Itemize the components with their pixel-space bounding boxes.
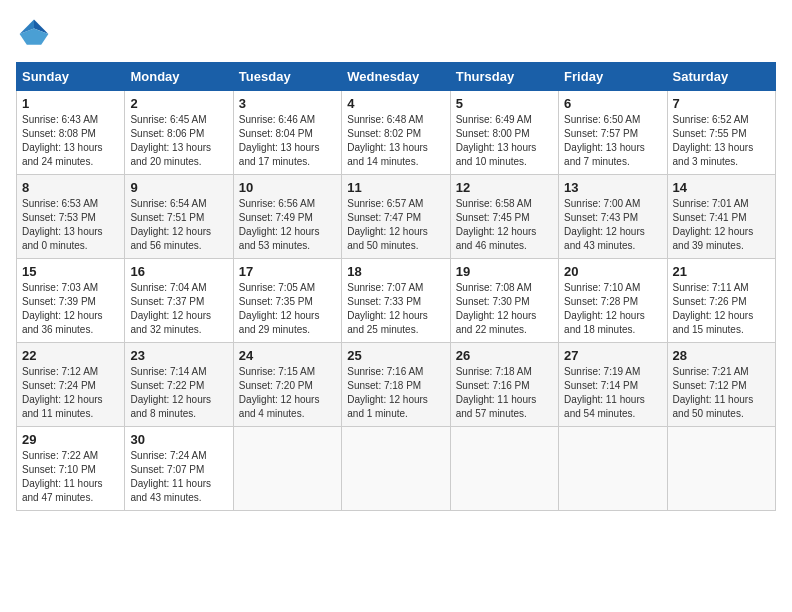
day-number: 25 bbox=[347, 348, 444, 363]
day-number: 17 bbox=[239, 264, 336, 279]
day-number: 12 bbox=[456, 180, 553, 195]
calendar-header-row: Sunday Monday Tuesday Wednesday Thursday… bbox=[17, 63, 776, 91]
day-number: 11 bbox=[347, 180, 444, 195]
day-number: 30 bbox=[130, 432, 227, 447]
day-number: 8 bbox=[22, 180, 119, 195]
col-friday: Friday bbox=[559, 63, 667, 91]
cell-content: Sunrise: 7:15 AM Sunset: 7:20 PM Dayligh… bbox=[239, 365, 336, 421]
cell-content: Sunrise: 7:16 AM Sunset: 7:18 PM Dayligh… bbox=[347, 365, 444, 421]
col-monday: Monday bbox=[125, 63, 233, 91]
calendar-week-row: 29Sunrise: 7:22 AM Sunset: 7:10 PM Dayli… bbox=[17, 427, 776, 511]
calendar-cell: 18Sunrise: 7:07 AM Sunset: 7:33 PM Dayli… bbox=[342, 259, 450, 343]
calendar-cell: 24Sunrise: 7:15 AM Sunset: 7:20 PM Dayli… bbox=[233, 343, 341, 427]
cell-content: Sunrise: 7:07 AM Sunset: 7:33 PM Dayligh… bbox=[347, 281, 444, 337]
calendar-cell: 11Sunrise: 6:57 AM Sunset: 7:47 PM Dayli… bbox=[342, 175, 450, 259]
day-number: 4 bbox=[347, 96, 444, 111]
calendar-cell: 4Sunrise: 6:48 AM Sunset: 8:02 PM Daylig… bbox=[342, 91, 450, 175]
calendar-week-row: 1Sunrise: 6:43 AM Sunset: 8:08 PM Daylig… bbox=[17, 91, 776, 175]
calendar-cell: 16Sunrise: 7:04 AM Sunset: 7:37 PM Dayli… bbox=[125, 259, 233, 343]
calendar-cell: 3Sunrise: 6:46 AM Sunset: 8:04 PM Daylig… bbox=[233, 91, 341, 175]
cell-content: Sunrise: 7:19 AM Sunset: 7:14 PM Dayligh… bbox=[564, 365, 661, 421]
day-number: 9 bbox=[130, 180, 227, 195]
cell-content: Sunrise: 6:48 AM Sunset: 8:02 PM Dayligh… bbox=[347, 113, 444, 169]
cell-content: Sunrise: 6:45 AM Sunset: 8:06 PM Dayligh… bbox=[130, 113, 227, 169]
calendar-cell: 13Sunrise: 7:00 AM Sunset: 7:43 PM Dayli… bbox=[559, 175, 667, 259]
day-number: 23 bbox=[130, 348, 227, 363]
cell-content: Sunrise: 6:46 AM Sunset: 8:04 PM Dayligh… bbox=[239, 113, 336, 169]
cell-content: Sunrise: 7:11 AM Sunset: 7:26 PM Dayligh… bbox=[673, 281, 770, 337]
day-number: 15 bbox=[22, 264, 119, 279]
calendar-cell: 30Sunrise: 7:24 AM Sunset: 7:07 PM Dayli… bbox=[125, 427, 233, 511]
calendar-cell: 7Sunrise: 6:52 AM Sunset: 7:55 PM Daylig… bbox=[667, 91, 775, 175]
day-number: 22 bbox=[22, 348, 119, 363]
cell-content: Sunrise: 6:54 AM Sunset: 7:51 PM Dayligh… bbox=[130, 197, 227, 253]
cell-content: Sunrise: 7:03 AM Sunset: 7:39 PM Dayligh… bbox=[22, 281, 119, 337]
calendar-week-row: 15Sunrise: 7:03 AM Sunset: 7:39 PM Dayli… bbox=[17, 259, 776, 343]
day-number: 18 bbox=[347, 264, 444, 279]
cell-content: Sunrise: 6:50 AM Sunset: 7:57 PM Dayligh… bbox=[564, 113, 661, 169]
calendar-cell: 22Sunrise: 7:12 AM Sunset: 7:24 PM Dayli… bbox=[17, 343, 125, 427]
calendar-cell: 29Sunrise: 7:22 AM Sunset: 7:10 PM Dayli… bbox=[17, 427, 125, 511]
calendar-cell bbox=[667, 427, 775, 511]
day-number: 20 bbox=[564, 264, 661, 279]
day-number: 2 bbox=[130, 96, 227, 111]
calendar-cell: 20Sunrise: 7:10 AM Sunset: 7:28 PM Dayli… bbox=[559, 259, 667, 343]
day-number: 21 bbox=[673, 264, 770, 279]
calendar-cell: 10Sunrise: 6:56 AM Sunset: 7:49 PM Dayli… bbox=[233, 175, 341, 259]
day-number: 26 bbox=[456, 348, 553, 363]
cell-content: Sunrise: 7:18 AM Sunset: 7:16 PM Dayligh… bbox=[456, 365, 553, 421]
cell-content: Sunrise: 7:12 AM Sunset: 7:24 PM Dayligh… bbox=[22, 365, 119, 421]
calendar-cell: 28Sunrise: 7:21 AM Sunset: 7:12 PM Dayli… bbox=[667, 343, 775, 427]
calendar-cell: 27Sunrise: 7:19 AM Sunset: 7:14 PM Dayli… bbox=[559, 343, 667, 427]
cell-content: Sunrise: 6:58 AM Sunset: 7:45 PM Dayligh… bbox=[456, 197, 553, 253]
cell-content: Sunrise: 6:53 AM Sunset: 7:53 PM Dayligh… bbox=[22, 197, 119, 253]
cell-content: Sunrise: 6:49 AM Sunset: 8:00 PM Dayligh… bbox=[456, 113, 553, 169]
cell-content: Sunrise: 7:10 AM Sunset: 7:28 PM Dayligh… bbox=[564, 281, 661, 337]
cell-content: Sunrise: 7:04 AM Sunset: 7:37 PM Dayligh… bbox=[130, 281, 227, 337]
calendar-week-row: 8Sunrise: 6:53 AM Sunset: 7:53 PM Daylig… bbox=[17, 175, 776, 259]
cell-content: Sunrise: 7:05 AM Sunset: 7:35 PM Dayligh… bbox=[239, 281, 336, 337]
day-number: 16 bbox=[130, 264, 227, 279]
calendar-cell: 12Sunrise: 6:58 AM Sunset: 7:45 PM Dayli… bbox=[450, 175, 558, 259]
calendar-cell: 9Sunrise: 6:54 AM Sunset: 7:51 PM Daylig… bbox=[125, 175, 233, 259]
day-number: 6 bbox=[564, 96, 661, 111]
calendar-cell: 1Sunrise: 6:43 AM Sunset: 8:08 PM Daylig… bbox=[17, 91, 125, 175]
day-number: 13 bbox=[564, 180, 661, 195]
day-number: 14 bbox=[673, 180, 770, 195]
day-number: 27 bbox=[564, 348, 661, 363]
calendar-cell bbox=[559, 427, 667, 511]
calendar-week-row: 22Sunrise: 7:12 AM Sunset: 7:24 PM Dayli… bbox=[17, 343, 776, 427]
cell-content: Sunrise: 6:43 AM Sunset: 8:08 PM Dayligh… bbox=[22, 113, 119, 169]
cell-content: Sunrise: 7:24 AM Sunset: 7:07 PM Dayligh… bbox=[130, 449, 227, 505]
col-tuesday: Tuesday bbox=[233, 63, 341, 91]
day-number: 29 bbox=[22, 432, 119, 447]
page-header bbox=[16, 16, 776, 52]
cell-content: Sunrise: 7:08 AM Sunset: 7:30 PM Dayligh… bbox=[456, 281, 553, 337]
cell-content: Sunrise: 6:52 AM Sunset: 7:55 PM Dayligh… bbox=[673, 113, 770, 169]
col-saturday: Saturday bbox=[667, 63, 775, 91]
calendar-cell: 21Sunrise: 7:11 AM Sunset: 7:26 PM Dayli… bbox=[667, 259, 775, 343]
calendar-cell bbox=[450, 427, 558, 511]
day-number: 10 bbox=[239, 180, 336, 195]
cell-content: Sunrise: 7:14 AM Sunset: 7:22 PM Dayligh… bbox=[130, 365, 227, 421]
cell-content: Sunrise: 7:00 AM Sunset: 7:43 PM Dayligh… bbox=[564, 197, 661, 253]
day-number: 7 bbox=[673, 96, 770, 111]
calendar-cell: 2Sunrise: 6:45 AM Sunset: 8:06 PM Daylig… bbox=[125, 91, 233, 175]
day-number: 19 bbox=[456, 264, 553, 279]
cell-content: Sunrise: 7:21 AM Sunset: 7:12 PM Dayligh… bbox=[673, 365, 770, 421]
logo bbox=[16, 16, 58, 52]
cell-content: Sunrise: 6:56 AM Sunset: 7:49 PM Dayligh… bbox=[239, 197, 336, 253]
calendar-table: Sunday Monday Tuesday Wednesday Thursday… bbox=[16, 62, 776, 511]
calendar-cell: 15Sunrise: 7:03 AM Sunset: 7:39 PM Dayli… bbox=[17, 259, 125, 343]
calendar-cell: 14Sunrise: 7:01 AM Sunset: 7:41 PM Dayli… bbox=[667, 175, 775, 259]
day-number: 28 bbox=[673, 348, 770, 363]
day-number: 24 bbox=[239, 348, 336, 363]
calendar-cell: 26Sunrise: 7:18 AM Sunset: 7:16 PM Dayli… bbox=[450, 343, 558, 427]
calendar-cell: 5Sunrise: 6:49 AM Sunset: 8:00 PM Daylig… bbox=[450, 91, 558, 175]
calendar-cell: 23Sunrise: 7:14 AM Sunset: 7:22 PM Dayli… bbox=[125, 343, 233, 427]
day-number: 5 bbox=[456, 96, 553, 111]
cell-content: Sunrise: 7:22 AM Sunset: 7:10 PM Dayligh… bbox=[22, 449, 119, 505]
col-thursday: Thursday bbox=[450, 63, 558, 91]
day-number: 1 bbox=[22, 96, 119, 111]
calendar-cell: 6Sunrise: 6:50 AM Sunset: 7:57 PM Daylig… bbox=[559, 91, 667, 175]
